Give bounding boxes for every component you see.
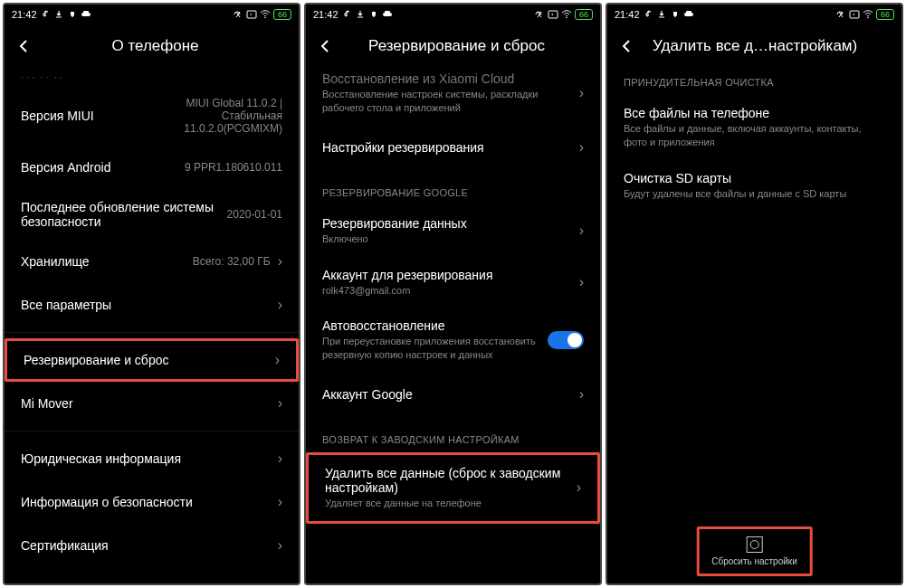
row-delete-all-data[interactable]: Удалить все данные (сброс к заводским на… <box>306 452 600 524</box>
row-backup-reset[interactable]: Резервирование и сброс › <box>5 338 299 382</box>
row-mi-mover[interactable]: Mi Mover › <box>5 382 299 425</box>
status-time: 21:42 <box>313 9 339 20</box>
row-google-backup[interactable]: Резервирование данных Включено › <box>306 205 600 257</box>
download-icon <box>355 9 366 20</box>
row-label: Резервирование данных <box>322 216 572 231</box>
row-sub: Включено <box>322 232 572 246</box>
cloud-icon <box>81 9 91 20</box>
row-google-account[interactable]: Аккаунт Google › <box>306 373 600 416</box>
divider <box>5 431 299 432</box>
row-label: Юридическая информация <box>21 451 271 466</box>
row-label: Информация о безопасности <box>21 495 271 509</box>
row-value: Всего: 32,00 ГБ <box>193 255 271 268</box>
row-legal[interactable]: Юридическая информация › <box>5 437 299 480</box>
row-backup-account[interactable]: Аккаунт для резервирования rolk473@gmail… <box>306 257 600 308</box>
chevron-right-icon: › <box>275 352 280 368</box>
svg-point-5 <box>867 17 869 19</box>
download-icon <box>656 9 667 20</box>
row-all-params[interactable]: Все параметры › <box>5 283 299 327</box>
chevron-right-icon: › <box>278 395 282 412</box>
reset-settings-button[interactable]: Сбросить настройки <box>696 526 813 576</box>
chevron-right-icon: › <box>278 297 282 313</box>
cast-icon <box>246 9 257 20</box>
row-security-info[interactable]: Информация о безопасности › <box>5 480 299 524</box>
row-label: Все файлы на телефоне <box>624 106 885 120</box>
chevron-right-icon: › <box>579 85 584 101</box>
content: · · · · · · · Версия MIUI MIUI Global 11… <box>5 71 299 583</box>
row-label: Аккаунт Google <box>322 387 572 402</box>
tiktok-icon <box>341 9 352 20</box>
app-icon <box>670 9 681 20</box>
tiktok-icon <box>40 9 51 20</box>
page-title: Удалить все д…настройкам) <box>653 37 891 55</box>
chevron-right-icon: › <box>579 274 584 290</box>
phone-screen-about: 21:42 66 О телефоне · · · · · · · Версия… <box>3 3 300 585</box>
mute-icon <box>835 9 846 20</box>
content: Восстановление из Xiaomi Cloud Восстанов… <box>306 71 600 583</box>
page-title: Резервирование и сброс <box>351 37 589 55</box>
row-label: Удалить все данные (сброс к заводским на… <box>325 466 569 495</box>
section-factory-reset: ВОЗВРАТ К ЗАВОДСКИМ НАСТРОЙКАМ <box>306 416 600 452</box>
back-button[interactable] <box>15 38 33 54</box>
row-android-version[interactable]: Версия Android 9 PPR1.180610.011 <box>5 146 299 189</box>
row-label: Последнее обновление системы безопасност… <box>21 200 227 229</box>
row-value: 9 PPR1.180610.011 <box>185 161 282 174</box>
cast-icon <box>548 9 558 20</box>
row-value: MIUI Global 11.0.2 | Стабильная 11.0.2.0… <box>147 97 282 135</box>
back-button[interactable] <box>317 38 335 54</box>
row-sub: Все файлы и данные, включая аккаунты, ко… <box>624 122 885 149</box>
row-certification[interactable]: Сертификация › <box>5 524 299 567</box>
chevron-right-icon: › <box>579 139 584 156</box>
row-sub: rolk473@gmail.com <box>322 284 572 298</box>
row-miui-version[interactable]: Версия MIUI MIUI Global 11.0.2 | Стабиль… <box>5 86 299 146</box>
header: О телефоне <box>5 24 299 71</box>
row-value: 2020-01-01 <box>227 208 282 221</box>
section-google-backup: РЕЗЕРВИРОВАНИЕ GOOGLE <box>306 169 600 205</box>
app-icon <box>67 9 78 20</box>
svg-point-1 <box>264 17 266 19</box>
row-xiaomi-cloud[interactable]: Восстановление из Xiaomi Cloud Восстанов… <box>306 71 600 126</box>
battery-indicator: 66 <box>575 9 593 20</box>
row-label: Резервирование и сброс <box>24 353 268 367</box>
chevron-right-icon: › <box>579 386 584 403</box>
chevron-right-icon: › <box>278 494 282 510</box>
row-label: Сертификация <box>21 538 271 553</box>
chevron-right-icon: › <box>577 479 581 496</box>
chevron-right-icon: › <box>278 253 282 270</box>
header: Удалить все д…настройкам) <box>607 24 901 71</box>
tiktok-icon <box>643 9 653 20</box>
row-storage[interactable]: Хранилище Всего: 32,00 ГБ › <box>5 240 299 283</box>
row-sub: При переустановке приложения восстановит… <box>322 335 548 362</box>
row-label: Версия Android <box>21 160 185 175</box>
mute-icon <box>233 9 243 20</box>
row-label: Аккаунт для резервирования <box>322 268 572 282</box>
section-forced-clean: ПРИНУДИТЕЛЬНАЯ ОЧИСТКА <box>607 71 901 95</box>
row-sub: Будут удалены все файлы и данные с SD ка… <box>624 187 885 201</box>
row-sub: Удаляет все данные на телефоне <box>325 497 569 510</box>
row-sd-card[interactable]: Очистка SD карты Будут удалены все файлы… <box>607 160 901 212</box>
truncated-row: · · · · · · · <box>5 71 299 86</box>
row-label: Настройки резервирования <box>322 140 572 155</box>
chevron-right-icon: › <box>278 450 282 467</box>
row-sub: Восстановление настроек системы, расклад… <box>322 88 572 115</box>
app-icon <box>368 9 379 20</box>
row-security-update[interactable]: Последнее обновление системы безопасност… <box>5 189 299 240</box>
status-bar: 21:42 66 <box>607 5 901 24</box>
row-backup-settings[interactable]: Настройки резервирования › <box>306 126 600 169</box>
reset-icon <box>747 536 763 553</box>
download-icon <box>53 9 64 20</box>
chevron-right-icon: › <box>278 537 282 554</box>
autorestore-toggle[interactable] <box>548 331 584 349</box>
battery-indicator: 66 <box>273 9 291 20</box>
phone-screen-backup: 21:42 66 Резервирование и сброс Восстано… <box>304 3 602 585</box>
content: ПРИНУДИТЕЛЬНАЯ ОЧИСТКА Все файлы на теле… <box>607 71 901 583</box>
wifi-icon <box>260 9 271 20</box>
cloud-icon <box>382 9 393 20</box>
row-autorestore[interactable]: Автовосстановление При переустановке при… <box>306 308 600 373</box>
back-button[interactable] <box>618 38 636 54</box>
page-title: О телефоне <box>50 37 288 55</box>
cast-icon <box>849 9 860 20</box>
row-all-files[interactable]: Все файлы на телефоне Все файлы и данные… <box>607 95 901 160</box>
cloud-icon <box>683 9 694 20</box>
phone-screen-factory-reset: 21:42 66 Удалить все д…настройкам) ПРИНУ… <box>606 3 903 585</box>
